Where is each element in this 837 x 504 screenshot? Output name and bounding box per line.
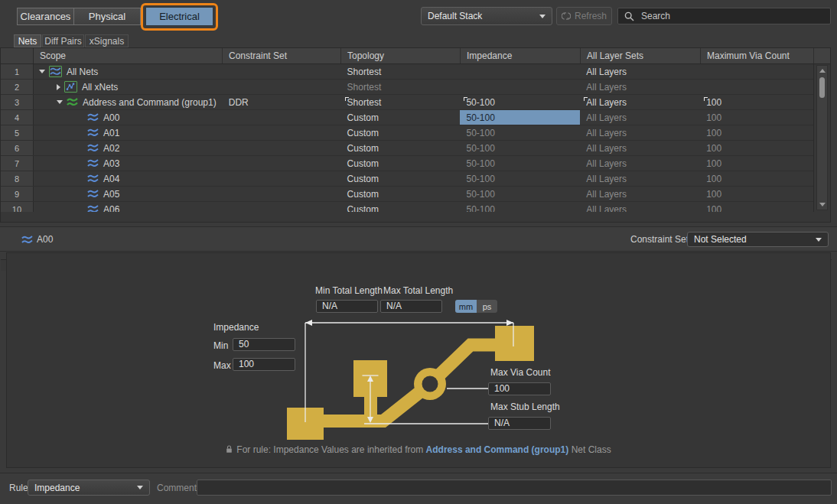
scroll-up-icon[interactable] — [819, 69, 826, 73]
grid-cell[interactable]: All Layers — [580, 110, 700, 125]
vertical-scrollbar[interactable] — [816, 65, 828, 210]
scope-cell[interactable]: Address and Command (group1) — [34, 95, 223, 109]
scope-cell[interactable]: All xNets — [34, 80, 223, 94]
unit-ps-button[interactable]: ps — [477, 300, 497, 313]
grid-cell[interactable] — [223, 125, 341, 140]
scope-cell[interactable]: A02 — [34, 141, 223, 155]
table-row[interactable]: 10A06Custom50-100All Layers100 — [1, 202, 813, 212]
grid-cell[interactable] — [223, 141, 341, 155]
table-row[interactable]: 3Address and Command (group1)DDRShortest… — [1, 95, 813, 110]
grid-cell[interactable]: 50-100 — [460, 110, 580, 125]
scope-cell[interactable]: A03 — [34, 156, 223, 171]
grid-cell[interactable]: 50-100 — [460, 187, 580, 201]
search-input[interactable] — [640, 10, 830, 22]
tab-diff-pairs[interactable]: Diff Pairs — [42, 34, 84, 47]
table-row[interactable]: 2All xNetsShortestAll Layers — [1, 80, 813, 95]
refresh-button[interactable]: Refresh — [556, 7, 612, 25]
grid-cell[interactable]: 50-100 — [460, 171, 580, 186]
comment-input[interactable] — [197, 480, 832, 496]
search-box[interactable] — [617, 8, 831, 24]
scope-cell[interactable]: A06 — [34, 202, 223, 212]
grid-cell[interactable] — [223, 64, 341, 79]
grid-cell[interactable]: All Layers — [580, 80, 700, 94]
tab-physical[interactable]: Physical — [73, 8, 141, 25]
grid-cell[interactable]: All Layers — [580, 171, 700, 186]
scope-cell[interactable]: A01 — [34, 125, 223, 140]
grid-cell[interactable]: All Layers — [580, 64, 700, 79]
table-row[interactable]: 8A04Custom50-100All Layers100 — [1, 171, 813, 187]
column-header-constraint-set[interactable]: Constraint Set — [223, 48, 341, 63]
scope-cell[interactable]: A04 — [34, 171, 223, 186]
tab-electrical[interactable]: Electrical — [145, 7, 213, 26]
column-header-maximum-via-count[interactable]: Maximum Via Count — [701, 48, 814, 63]
tab-clearances[interactable]: Clearances — [17, 8, 74, 25]
grid-cell[interactable]: Custom — [341, 110, 461, 125]
expand-collapse-icon[interactable] — [57, 84, 60, 90]
grid-cell[interactable]: 100 — [700, 95, 813, 109]
scope-cell[interactable]: All Nets — [34, 64, 223, 79]
grid-cell[interactable] — [223, 156, 341, 171]
max-stub-length-field[interactable]: N/A — [488, 417, 551, 430]
grid-cell[interactable]: Shortest — [341, 95, 461, 109]
grid-cell[interactable]: All Layers — [580, 202, 700, 212]
grid-cell[interactable]: 50-100 — [460, 156, 580, 171]
grid-cell[interactable]: 50-100 — [460, 141, 580, 155]
grid-cell[interactable]: All Layers — [580, 141, 700, 155]
grid-cell[interactable] — [460, 80, 580, 94]
grid-cell[interactable]: 100 — [700, 156, 813, 171]
expand-collapse-icon[interactable] — [39, 70, 45, 73]
vscroll-thumb[interactable] — [819, 77, 825, 98]
table-row[interactable]: 4A00Custom50-100All Layers100 — [1, 110, 813, 125]
unit-mm-button[interactable]: mm — [455, 300, 477, 313]
scope-cell[interactable]: A00 — [34, 110, 223, 125]
min-total-length-field[interactable]: N/A — [316, 300, 378, 313]
note-net-class-link[interactable]: Address and Command (group1) — [426, 444, 569, 455]
grid-cell[interactable]: 100 — [700, 125, 813, 140]
grid-cell[interactable]: All Layers — [580, 187, 700, 201]
grid-cell[interactable]: DDR — [223, 95, 341, 109]
grid-cell[interactable]: Custom — [341, 187, 461, 201]
grid-cell[interactable]: Custom — [341, 171, 461, 186]
grid-cell[interactable]: 100 — [700, 141, 813, 155]
grid-cell[interactable]: All Layers — [580, 125, 700, 140]
constraint-set-dropdown[interactable]: Not Selected — [687, 232, 829, 247]
table-row[interactable]: 7A03Custom50-100All Layers100 — [1, 156, 813, 171]
grid-cell[interactable] — [223, 80, 341, 94]
rule-dropdown[interactable]: Impedance — [28, 480, 150, 496]
stack-selector-dropdown[interactable]: Default Stack — [421, 7, 552, 25]
grid-cell[interactable]: Custom — [341, 202, 461, 212]
tab-xsignals[interactable]: xSignals — [85, 34, 129, 47]
grid-cell[interactable]: Shortest — [341, 64, 461, 79]
grid-cell[interactable]: All Layers — [580, 95, 700, 109]
grid-cell[interactable] — [223, 187, 341, 201]
tab-nets[interactable]: Nets — [14, 34, 41, 47]
grid-cell[interactable]: All Layers — [580, 156, 700, 171]
grid-cell[interactable]: 50-100 — [460, 202, 580, 212]
grid-cell[interactable] — [460, 64, 580, 79]
table-row[interactable]: 6A02Custom50-100All Layers100 — [1, 141, 813, 156]
grid-cell[interactable]: 50-100 — [460, 125, 580, 140]
grid-cell[interactable]: Custom — [341, 125, 461, 140]
column-header-impedance[interactable]: Impedance — [461, 48, 581, 63]
grid-cell[interactable]: Custom — [341, 141, 461, 155]
grid-cell[interactable] — [223, 202, 341, 212]
column-header-all-layer-sets[interactable]: All Layer Sets — [581, 48, 701, 63]
grid-cell[interactable]: 100 — [700, 171, 813, 186]
grid-cell[interactable] — [700, 80, 813, 94]
table-row[interactable]: 5A01Custom50-100All Layers100 — [1, 125, 813, 141]
grid-cell[interactable]: 100 — [700, 202, 813, 212]
expand-collapse-icon[interactable] — [57, 100, 63, 104]
scroll-down-icon[interactable] — [819, 203, 826, 206]
grid-cell[interactable]: Custom — [341, 156, 461, 171]
column-header-topology[interactable]: Topology — [341, 48, 461, 63]
grid-cell[interactable] — [223, 110, 341, 125]
grid-cell[interactable]: Shortest — [341, 80, 461, 94]
grid-cell[interactable] — [223, 171, 341, 186]
grid-cell[interactable]: 100 — [700, 110, 813, 125]
table-row[interactable]: 9A05Custom50-100All Layers100 — [1, 187, 813, 202]
column-header-scope[interactable]: Scope — [34, 48, 223, 63]
max-via-count-field[interactable]: 100 — [488, 382, 551, 395]
grid-cell[interactable]: 100 — [700, 187, 813, 201]
scope-cell[interactable]: A05 — [34, 187, 223, 201]
grid-cell[interactable] — [700, 64, 813, 79]
